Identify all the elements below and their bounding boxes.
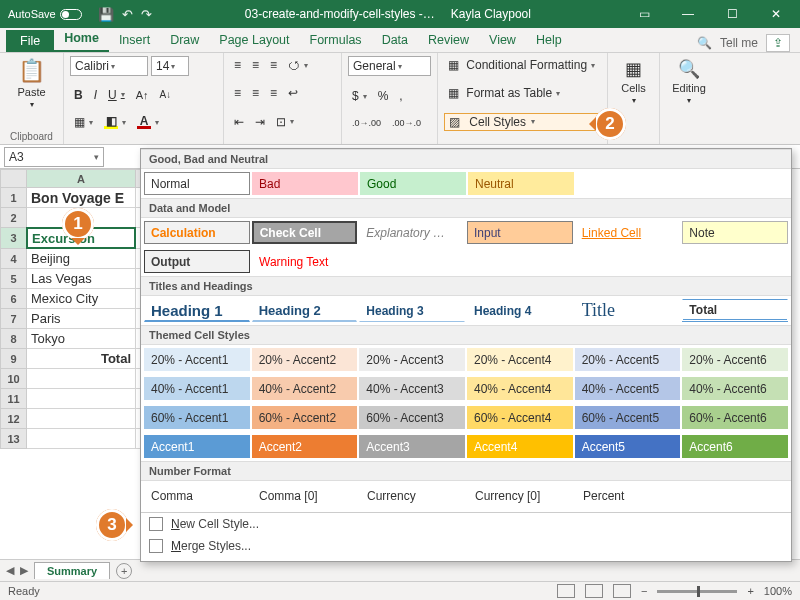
row-header[interactable]: 8 xyxy=(1,329,27,349)
style-total[interactable]: Total xyxy=(682,299,788,322)
style-good[interactable]: Good xyxy=(360,172,466,195)
ribbon-options-icon[interactable]: ▭ xyxy=(624,0,664,28)
style-accent[interactable]: 60% - Accent2 xyxy=(252,406,358,429)
sheet-nav-next-icon[interactable]: ▶ xyxy=(20,564,28,577)
align-right-button[interactable]: ≡ xyxy=(266,84,281,102)
row-header[interactable]: 10 xyxy=(1,369,27,389)
tab-file[interactable]: File xyxy=(6,30,54,52)
style-check-cell[interactable]: Check Cell xyxy=(252,221,358,244)
borders-button[interactable]: ▦ xyxy=(70,113,97,131)
undo-icon[interactable]: ↶ xyxy=(122,7,133,22)
orientation-button[interactable]: ⭯ xyxy=(284,56,312,74)
zoom-level[interactable]: 100% xyxy=(764,585,792,597)
style-accent[interactable]: 60% - Accent6 xyxy=(682,406,788,429)
style-neutral[interactable]: Neutral xyxy=(468,172,574,195)
style-accent[interactable]: 60% - Accent4 xyxy=(467,406,573,429)
row-header[interactable]: 12 xyxy=(1,409,27,429)
number-format-select[interactable]: General xyxy=(348,56,431,76)
style-accent[interactable]: 20% - Accent5 xyxy=(575,348,681,371)
decrease-indent-button[interactable]: ⇤ xyxy=(230,113,248,131)
style-warning-text[interactable]: Warning Text xyxy=(252,250,358,273)
add-sheet-button[interactable]: + xyxy=(116,563,132,579)
format-as-table-button[interactable]: ▦ Format as Table xyxy=(444,84,582,102)
wrap-text-button[interactable]: ↩ xyxy=(284,84,302,102)
row-header[interactable]: 9 xyxy=(1,349,27,369)
style-linked-cell[interactable]: Linked Cell xyxy=(575,221,681,244)
page-layout-view-button[interactable] xyxy=(585,584,603,598)
style-accent[interactable]: 20% - Accent2 xyxy=(252,348,358,371)
cell-styles-button[interactable]: ▨ Cell Styles xyxy=(444,113,601,131)
style-heading2[interactable]: Heading 2 xyxy=(252,299,358,322)
row-header[interactable]: 4 xyxy=(1,249,27,269)
grow-font-button[interactable]: A↑ xyxy=(132,87,153,103)
style-calculation[interactable]: Calculation xyxy=(144,221,250,244)
maximize-icon[interactable]: ☐ xyxy=(712,0,752,28)
tab-formulas[interactable]: Formulas xyxy=(300,29,372,52)
style-accent[interactable]: Accent1 xyxy=(144,435,250,458)
col-header-a[interactable]: A xyxy=(27,170,136,188)
tab-review[interactable]: Review xyxy=(418,29,479,52)
style-accent[interactable]: 20% - Accent4 xyxy=(467,348,573,371)
style-normal[interactable]: Normal xyxy=(144,172,250,195)
row-header[interactable]: 6 xyxy=(1,289,27,309)
autosave-toggle[interactable]: AutoSave xyxy=(8,8,82,20)
style-accent[interactable]: 60% - Accent3 xyxy=(359,406,465,429)
align-left-button[interactable]: ≡ xyxy=(230,84,245,102)
comma-format-button[interactable]: , xyxy=(395,87,406,105)
style-accent[interactable]: 40% - Accent6 xyxy=(682,377,788,400)
percent-format-button[interactable]: % xyxy=(374,87,393,105)
style-percent[interactable]: Percent xyxy=(576,484,682,507)
save-icon[interactable]: 💾 xyxy=(98,7,114,22)
tab-draw[interactable]: Draw xyxy=(160,29,209,52)
cell-a9[interactable]: Total xyxy=(27,349,136,369)
italic-button[interactable]: I xyxy=(90,86,101,104)
style-accent[interactable]: Accent5 xyxy=(575,435,681,458)
style-currency[interactable]: Currency xyxy=(360,484,466,507)
style-comma0[interactable]: Comma [0] xyxy=(252,484,358,507)
style-accent[interactable]: 20% - Accent3 xyxy=(359,348,465,371)
row-header[interactable]: 13 xyxy=(1,429,27,449)
row-header[interactable]: 11 xyxy=(1,389,27,409)
style-accent[interactable]: Accent6 xyxy=(682,435,788,458)
share-button[interactable]: ⇪ xyxy=(766,34,790,52)
style-accent[interactable]: 40% - Accent2 xyxy=(252,377,358,400)
name-box[interactable]: A3▾ xyxy=(4,147,104,167)
sheet-tab-summary[interactable]: Summary xyxy=(34,562,110,579)
underline-button[interactable]: U xyxy=(104,86,129,104)
style-note[interactable]: Note xyxy=(682,221,788,244)
style-accent[interactable]: 20% - Accent1 xyxy=(144,348,250,371)
style-heading3[interactable]: Heading 3 xyxy=(359,299,465,322)
style-heading4[interactable]: Heading 4 xyxy=(467,299,573,322)
redo-icon[interactable]: ↷ xyxy=(141,7,152,22)
tab-home[interactable]: Home xyxy=(54,27,109,52)
tab-view[interactable]: View xyxy=(479,29,526,52)
style-accent[interactable]: Accent3 xyxy=(359,435,465,458)
cell-a6[interactable]: Mexico City xyxy=(27,289,136,309)
zoom-in-button[interactable]: + xyxy=(747,585,753,597)
style-accent[interactable]: 60% - Accent1 xyxy=(144,406,250,429)
cell-a5[interactable]: Las Vegas xyxy=(27,269,136,289)
zoom-out-button[interactable]: − xyxy=(641,585,647,597)
style-bad[interactable]: Bad xyxy=(252,172,358,195)
increase-indent-button[interactable]: ⇥ xyxy=(251,113,269,131)
tell-me[interactable]: Tell me xyxy=(720,36,758,50)
new-cell-style-menu[interactable]: New Cell Style... xyxy=(141,513,791,535)
cell-a8[interactable]: Tokyo xyxy=(27,329,136,349)
paste-button[interactable]: 📋 Paste ▾ xyxy=(6,56,57,111)
page-break-view-button[interactable] xyxy=(613,584,631,598)
bold-button[interactable]: B xyxy=(70,86,87,104)
style-comma[interactable]: Comma xyxy=(144,484,250,507)
cell-a7[interactable]: Paris xyxy=(27,309,136,329)
search-icon[interactable]: 🔍 xyxy=(697,36,712,50)
style-accent[interactable]: 40% - Accent5 xyxy=(575,377,681,400)
editing-button[interactable]: 🔍 Editing▾ xyxy=(666,56,712,107)
conditional-formatting-button[interactable]: ▦ Conditional Formatting xyxy=(444,56,602,74)
font-size-select[interactable]: 14 xyxy=(151,56,189,76)
style-accent[interactable]: 40% - Accent3 xyxy=(359,377,465,400)
fill-color-button[interactable]: ◧ xyxy=(100,113,130,131)
font-name-select[interactable]: Calibri xyxy=(70,56,148,76)
sheet-nav-prev-icon[interactable]: ◀ xyxy=(6,564,14,577)
zoom-slider[interactable] xyxy=(657,590,737,593)
style-accent[interactable]: 40% - Accent4 xyxy=(467,377,573,400)
row-header[interactable]: 7 xyxy=(1,309,27,329)
